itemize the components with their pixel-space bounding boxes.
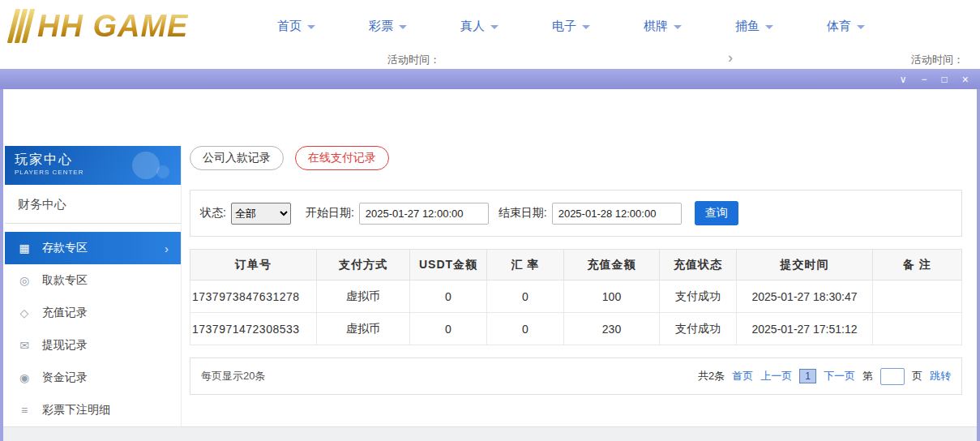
cell-recharge-amount: 100 <box>564 280 660 313</box>
cell-rate: 0 <box>487 313 564 345</box>
background-text-fragment: 活动时间： <box>911 53 964 67</box>
sidebar-item-recharge-records[interactable]: ◇ 充值记录 <box>5 297 181 329</box>
cell-remark <box>873 280 962 313</box>
cell-submit-time: 2025-01-27 17:51:12 <box>737 313 873 345</box>
sidebar-item-label: 资金记录 <box>42 370 88 385</box>
current-page-indicator[interactable]: 1 <box>799 369 816 383</box>
search-button[interactable]: 查询 <box>695 201 738 225</box>
column-header-recharge-amount: 充值金额 <box>564 250 660 280</box>
jump-link[interactable]: 跳转 <box>930 369 951 383</box>
sidebar: 玩家中心 PLAYERS CENTER 财务中心 ▦ 存款专区 › ◎ 取款专区… <box>5 146 182 438</box>
nav-item-boardgames[interactable]: 棋牌 <box>644 19 682 34</box>
page-number-input[interactable] <box>880 368 905 385</box>
sidebar-item-label: 取款专区 <box>42 273 88 288</box>
nav-item-slots[interactable]: 电子 <box>552 19 590 34</box>
cell-remark <box>873 313 962 345</box>
withdraw-icon: ◎ <box>17 274 32 287</box>
logo-text: HH GAME <box>37 9 188 44</box>
page-suffix-label: 页 <box>912 369 922 383</box>
sidebar-item-funds-records[interactable]: ◉ 资金记录 <box>5 362 181 394</box>
status-select[interactable]: 全部 <box>231 203 291 225</box>
cell-rate: 0 <box>487 280 564 313</box>
table-row: 1737971472308533 虚拟币 0 0 230 支付成功 2025-0… <box>190 313 962 345</box>
background-text-fragment: 活动时间： <box>387 53 440 67</box>
sidebar-item-lottery-bet-details[interactable]: ≡ 彩票下注明细 <box>5 394 181 426</box>
main-nav: 首页 彩票 真人 电子 棋牌 捕鱼 体育 <box>277 19 865 34</box>
sidebar-item-label: 彩票下注明细 <box>42 403 110 417</box>
lottery-detail-icon: ≡ <box>17 404 32 417</box>
cell-usdt-amount: 0 <box>410 313 487 345</box>
sidebar-header: 玩家中心 PLAYERS CENTER <box>5 146 181 185</box>
sidebar-item-label: 存款专区 <box>42 241 88 255</box>
record-tabs: 公司入款记录 在线支付记录 <box>190 146 962 170</box>
site-header: HH GAME 首页 彩票 真人 电子 棋牌 捕鱼 体育 <box>0 0 980 52</box>
withdraw-record-icon: ✉ <box>17 339 32 352</box>
sidebar-header-decoration <box>132 152 160 179</box>
chevron-right-icon: › <box>165 242 169 255</box>
main-panel: 公司入款记录 在线支付记录 状态: 全部 开始日期: 结束日期: 查询 <box>190 146 962 395</box>
nav-item-sports[interactable]: 体育 <box>827 19 865 34</box>
column-header-status: 充值状态 <box>660 250 737 280</box>
cell-payment-method: 虚拟币 <box>317 280 410 313</box>
column-header-remark: 备 注 <box>873 250 962 280</box>
window-body: 玩家中心 PLAYERS CENTER 财务中心 ▦ 存款专区 › ◎ 取款专区… <box>0 89 980 441</box>
chevron-down-icon <box>490 25 499 29</box>
sidebar-item-withdraw[interactable]: ◎ 取款专区 <box>5 264 181 297</box>
logo: HH GAME <box>11 9 230 44</box>
minimize-icon[interactable]: − <box>922 75 927 84</box>
tab-company-deposit-records[interactable]: 公司入款记录 <box>190 146 284 170</box>
window-titlebar: ∨ − □ × <box>0 69 980 89</box>
cell-payment-method: 虚拟币 <box>317 313 410 345</box>
next-page-link[interactable]: 下一页 <box>824 369 855 383</box>
nav-item-fishing[interactable]: 捕鱼 <box>735 19 773 34</box>
sidebar-item-label: 提现记录 <box>42 338 88 353</box>
cell-usdt-amount: 0 <box>410 280 487 313</box>
deposit-icon: ▦ <box>17 242 32 255</box>
cell-order-no: 1737971472308533 <box>190 313 317 345</box>
column-header-usdt-amount: USDT金额 <box>410 250 487 280</box>
first-page-link[interactable]: 首页 <box>732 369 753 383</box>
column-header-rate: 汇 率 <box>487 250 564 280</box>
total-count-label: 共2条 <box>698 369 725 383</box>
end-date-input[interactable] <box>552 203 682 225</box>
maximize-icon[interactable]: □ <box>942 75 948 84</box>
cell-order-no: 1737973847631278 <box>190 280 317 313</box>
close-icon[interactable]: × <box>962 74 969 85</box>
screen: HH GAME 首页 彩票 真人 电子 棋牌 捕鱼 体育 活动时间： › 活动时… <box>0 0 980 441</box>
end-date-label: 结束日期: <box>499 206 547 220</box>
funds-record-icon: ◉ <box>17 371 32 384</box>
sidebar-item-label: 充值记录 <box>42 306 88 320</box>
table-header-row: 订单号 支付方式 USDT金额 汇 率 充值金额 充值状态 提交时间 备 注 <box>190 250 962 280</box>
chevron-down-icon <box>307 25 315 29</box>
start-date-input[interactable] <box>359 203 489 225</box>
sidebar-item-withdraw-records[interactable]: ✉ 提现记录 <box>5 329 181 362</box>
nav-item-lottery[interactable]: 彩票 <box>369 19 407 34</box>
prev-page-link[interactable]: 上一页 <box>760 369 792 383</box>
content: 玩家中心 PLAYERS CENTER 财务中心 ▦ 存款专区 › ◎ 取款专区… <box>3 89 977 438</box>
sidebar-item-deposit[interactable]: ▦ 存款专区 › <box>5 232 181 264</box>
chevron-down-icon <box>399 25 407 29</box>
pagination-controls: 共2条 首页 上一页 1 下一页 第 页 跳转 <box>698 368 951 385</box>
cell-submit-time: 2025-01-27 18:30:47 <box>737 280 873 313</box>
nav-item-live[interactable]: 真人 <box>460 19 499 34</box>
cell-status: 支付成功 <box>660 280 737 313</box>
collapse-icon[interactable]: ∨ <box>900 75 907 84</box>
chevron-down-icon <box>857 25 865 29</box>
window-footer-strip <box>3 426 977 441</box>
column-header-submit-time: 提交时间 <box>737 250 873 280</box>
recharge-record-icon: ◇ <box>17 306 32 319</box>
column-header-order-no: 订单号 <box>190 250 317 280</box>
per-page-label: 每页显示20条 <box>201 369 265 383</box>
carousel-arrow-icon: › <box>728 52 733 66</box>
page-prefix-label: 第 <box>862 369 873 383</box>
status-label: 状态: <box>200 206 226 220</box>
nav-item-home[interactable]: 首页 <box>277 19 315 34</box>
sidebar-section-title: 财务中心 <box>5 185 181 224</box>
sidebar-header-decoration <box>156 165 169 178</box>
tab-online-payment-records[interactable]: 在线支付记录 <box>295 146 389 170</box>
filter-bar: 状态: 全部 开始日期: 结束日期: 查询 <box>190 190 962 237</box>
chevron-down-icon <box>582 25 590 29</box>
chevron-down-icon <box>765 25 773 29</box>
table-row: 1737973847631278 虚拟币 0 0 100 支付成功 2025-0… <box>190 280 962 313</box>
cell-recharge-amount: 230 <box>564 313 660 345</box>
